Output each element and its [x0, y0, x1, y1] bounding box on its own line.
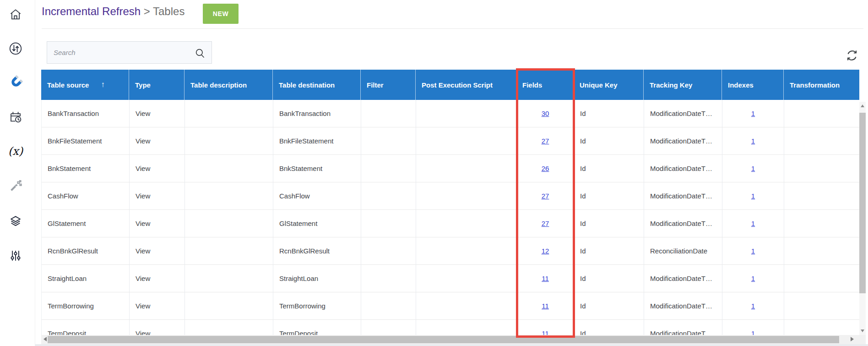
cell-indexes: 1	[722, 292, 784, 320]
cell-type: View	[130, 210, 185, 237]
indexes-link[interactable]: 1	[751, 330, 755, 335]
cell-filter	[361, 237, 416, 265]
indexes-link[interactable]: 1	[751, 247, 755, 255]
cell-description	[185, 237, 273, 265]
indexes-link[interactable]: 1	[751, 302, 755, 310]
window-bottom-edge	[35, 344, 868, 346]
table-row: CashFlowViewCashFlow27IdModificationDate…	[42, 182, 859, 210]
indexes-link[interactable]: 1	[751, 110, 755, 117]
column-header-indexes[interactable]: Indexes	[722, 70, 784, 100]
table-row: RcnBnkGlResultViewRcnBnkGlResult12IdReco…	[42, 237, 859, 265]
cell-tracking-key: ModificationDateT…	[644, 182, 722, 210]
refresh-icon[interactable]	[845, 49, 859, 63]
column-header-type[interactable]: Type	[129, 70, 184, 100]
indexes-link[interactable]: 1	[751, 220, 755, 227]
fields-link[interactable]: 26	[542, 165, 549, 172]
fields-link[interactable]: 11	[542, 275, 549, 282]
fields-link[interactable]: 11	[542, 330, 549, 335]
cell-indexes: 1	[722, 182, 784, 210]
indexes-link[interactable]: 1	[751, 192, 755, 200]
indexes-link[interactable]: 1	[751, 137, 755, 145]
fields-link[interactable]: 27	[542, 137, 549, 145]
scroll-left-icon[interactable]	[43, 337, 47, 341]
column-header-table-source[interactable]: Table source ↑	[41, 70, 129, 100]
scroll-right-icon[interactable]	[851, 337, 854, 341]
cell-filter	[361, 320, 416, 335]
sidebar-item-schedule[interactable]	[7, 109, 24, 125]
cell-description	[185, 265, 273, 292]
new-button[interactable]: NEW	[203, 4, 239, 24]
scrollbar-corner	[859, 335, 866, 344]
sidebar-item-layers[interactable]	[7, 213, 24, 230]
cell-post-execution-script	[416, 265, 517, 292]
cell-description	[185, 100, 273, 127]
scroll-down-icon[interactable]	[861, 330, 864, 332]
cell-tracking-key: ModificationDateT…	[644, 210, 722, 237]
cell-source: BnkFileStatement	[42, 127, 130, 155]
table-row: BankTransactionViewBankTransaction30IdMo…	[42, 100, 859, 127]
cell-type: View	[130, 320, 185, 335]
cell-indexes: 1	[722, 155, 784, 182]
sidebar-item-settings[interactable]	[7, 247, 24, 264]
fields-link[interactable]: 11	[542, 302, 549, 310]
sidebar-item-functions[interactable]: (x)	[7, 143, 24, 159]
sidebar-item-incremental-refresh[interactable]	[7, 74, 24, 91]
cell-source: TermDeposit	[42, 320, 130, 335]
cell-destination: StraightLoan	[273, 265, 361, 292]
table-row: BnkStatementViewBnkStatement26IdModifica…	[42, 155, 859, 182]
column-header-tracking-key[interactable]: Tracking Key	[644, 70, 722, 100]
cell-indexes: 1	[722, 320, 784, 335]
table-row: StraightLoanViewStraightLoan11IdModifica…	[42, 265, 859, 292]
fields-link[interactable]: 27	[542, 192, 549, 200]
cell-source: BnkStatement	[42, 155, 130, 182]
cell-unique-key: Id	[574, 320, 644, 335]
fields-link[interactable]: 27	[542, 220, 549, 227]
search-icon[interactable]	[194, 47, 206, 61]
column-header-table-description[interactable]: Table description	[184, 70, 273, 100]
cell-description	[185, 182, 273, 210]
column-header-transformation[interactable]: Transformation	[784, 70, 859, 100]
cell-transformation	[784, 127, 859, 155]
cell-transformation	[784, 182, 859, 210]
cell-indexes: 1	[722, 100, 784, 127]
column-header-fields[interactable]: Fields	[516, 70, 574, 100]
function-x-icon: (x)	[8, 145, 23, 158]
vertical-scrollbar-thumb[interactable]	[859, 113, 866, 293]
cell-tracking-key: ModificationDateT…	[644, 320, 722, 335]
cell-type: View	[130, 127, 185, 155]
sidebar-item-wizard[interactable]	[7, 178, 24, 194]
cell-fields: 11	[517, 292, 574, 320]
cell-unique-key: Id	[574, 292, 644, 320]
column-header-table-destination[interactable]: Table destination	[273, 70, 361, 100]
scroll-up-icon[interactable]	[861, 104, 864, 107]
horizontal-scrollbar-thumb[interactable]	[48, 336, 839, 343]
cell-post-execution-script	[416, 320, 517, 335]
cell-type: View	[130, 100, 185, 127]
breadcrumb-incremental-refresh[interactable]: Incremental Refresh	[42, 5, 141, 17]
cell-tracking-key: ModificationDateT…	[644, 265, 722, 292]
sync-arrows-icon	[8, 41, 23, 56]
column-header-unique-key[interactable]: Unique Key	[574, 70, 644, 100]
indexes-link[interactable]: 1	[751, 275, 755, 282]
vertical-scrollbar[interactable]	[859, 102, 866, 335]
magic-wand-icon	[9, 179, 22, 193]
table-row: TermBorrowingViewTermBorrowing11IdModifi…	[42, 292, 859, 320]
cell-destination: TermDeposit	[273, 320, 361, 335]
column-header-filter[interactable]: Filter	[361, 70, 416, 100]
indexes-link[interactable]: 1	[751, 165, 755, 172]
fields-link[interactable]: 12	[542, 247, 549, 255]
fields-link[interactable]: 30	[542, 110, 549, 117]
column-header-post-execution-script[interactable]: Post Execution Script	[416, 70, 516, 100]
cell-filter	[361, 100, 416, 127]
sidebar-item-home[interactable]	[7, 6, 24, 23]
cell-unique-key: Id	[574, 265, 644, 292]
cell-fields: 30	[517, 100, 574, 127]
cell-indexes: 1	[722, 210, 784, 237]
cell-transformation	[784, 100, 859, 127]
sort-ascending-icon[interactable]: ↑	[101, 80, 105, 89]
sidebar-item-sync[interactable]	[7, 40, 24, 57]
horizontal-scrollbar[interactable]	[41, 335, 859, 344]
cell-unique-key: Id	[574, 182, 644, 210]
cell-source: GlStatement	[42, 210, 130, 237]
search-input[interactable]	[47, 42, 212, 63]
